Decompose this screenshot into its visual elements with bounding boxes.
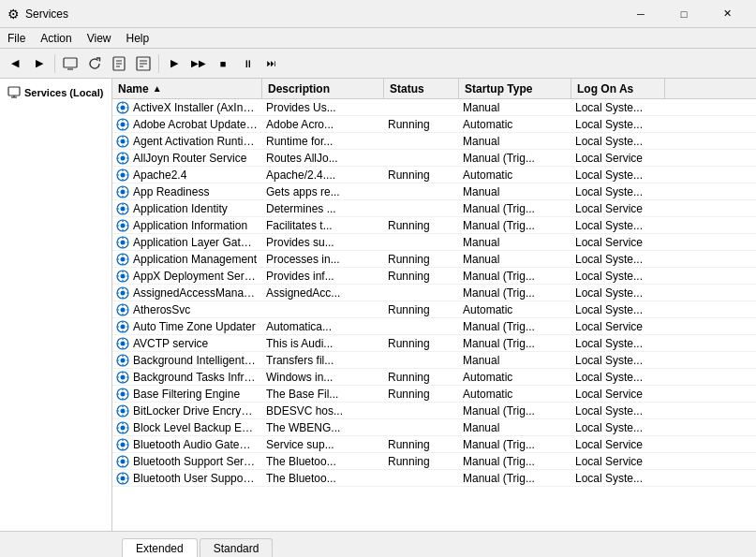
close-button[interactable]: ✕ bbox=[705, 0, 749, 28]
service-icon bbox=[116, 219, 129, 232]
col-name[interactable]: Name ▲ bbox=[112, 79, 262, 98]
service-logon: Local Service bbox=[571, 200, 665, 216]
service-description: The Bluetoo... bbox=[262, 453, 384, 469]
table-row[interactable]: Auto Time Zone Updater Automatica...Manu… bbox=[112, 318, 756, 335]
table-row[interactable]: App Readiness Gets apps re...ManualLocal… bbox=[112, 183, 756, 200]
service-logon: Local Syste... bbox=[571, 301, 665, 317]
svg-point-62 bbox=[121, 240, 126, 244]
table-row[interactable]: ActiveX Installer (AxInstSV) Provides Us… bbox=[112, 99, 756, 116]
show-console-button[interactable] bbox=[59, 52, 82, 75]
left-panel: Services (Local) bbox=[0, 79, 112, 531]
start-service-button[interactable]: ▶ bbox=[163, 52, 185, 75]
service-status bbox=[384, 403, 459, 418]
menu-help[interactable]: Help bbox=[119, 28, 157, 48]
service-icon bbox=[116, 185, 129, 198]
table-row[interactable]: Apache2.4 Apache/2.4....RunningAutomatic… bbox=[112, 167, 756, 183]
col-logon[interactable]: Log On As bbox=[571, 79, 665, 98]
menu-action[interactable]: Action bbox=[33, 28, 79, 48]
table-row[interactable]: Adobe Acrobat Update Serv... Adobe Acro.… bbox=[112, 116, 756, 133]
service-name-cell: Block Level Backup Engine ... bbox=[112, 419, 262, 435]
col-status[interactable]: Status bbox=[384, 79, 459, 98]
service-startup: Manual (Trig... bbox=[459, 436, 571, 452]
forward-button[interactable]: ▶ bbox=[28, 52, 51, 75]
service-startup: Manual (Trig... bbox=[459, 470, 571, 486]
refresh-button[interactable] bbox=[83, 52, 106, 75]
table-row[interactable]: AssignedAccessManager Se... AssignedAcc.… bbox=[112, 285, 756, 301]
service-name-cell: Bluetooth User Support Ser... bbox=[112, 470, 262, 486]
table-row[interactable]: AppX Deployment Service (... Provides in… bbox=[112, 268, 756, 285]
svg-point-98 bbox=[121, 341, 126, 345]
service-name-cell: Background Tasks Infrastruc... bbox=[112, 369, 262, 385]
service-description: Adobe Acro... bbox=[262, 116, 384, 132]
service-name: AVCTP service bbox=[133, 337, 208, 350]
service-logon: Local Service bbox=[571, 150, 665, 166]
table-row[interactable]: Block Level Backup Engine ... The WBENG.… bbox=[112, 419, 756, 436]
table-row[interactable]: Background Intelligent Tran... Transfers… bbox=[112, 352, 756, 369]
resume-button[interactable]: ▶▶ bbox=[187, 52, 210, 75]
service-status bbox=[384, 99, 459, 115]
service-status: Running bbox=[384, 436, 459, 452]
col-startup[interactable]: Startup Type bbox=[459, 79, 571, 98]
service-status bbox=[384, 318, 459, 334]
service-icon bbox=[116, 455, 129, 468]
stop-service-button[interactable]: ■ bbox=[212, 52, 234, 75]
service-status bbox=[384, 183, 459, 199]
status-bar: Extended Standard bbox=[0, 531, 756, 557]
main-area: Services (Local) Name ▲ Description Stat… bbox=[0, 79, 756, 531]
pause-service-button[interactable]: ⏸ bbox=[236, 52, 259, 75]
service-name: Apache2.4 bbox=[133, 169, 186, 182]
service-name: Base Filtering Engine bbox=[133, 388, 240, 401]
left-panel-title[interactable]: Services (Local) bbox=[7, 86, 104, 99]
service-name: AppX Deployment Service (... bbox=[133, 270, 258, 283]
properties-button[interactable] bbox=[132, 52, 155, 75]
col-description[interactable]: Description bbox=[262, 79, 384, 98]
table-row[interactable]: Background Tasks Infrastruc... Windows i… bbox=[112, 369, 756, 386]
tab-extended[interactable]: Extended bbox=[122, 538, 198, 558]
service-logon: Local Syste... bbox=[571, 470, 665, 486]
restart-service-button[interactable]: ⏭ bbox=[260, 52, 283, 75]
table-row[interactable]: Application Management Processes in...Ru… bbox=[112, 251, 756, 268]
service-logon: Local Service bbox=[571, 436, 665, 452]
service-startup: Manual bbox=[459, 99, 571, 115]
minimize-button[interactable]: ─ bbox=[619, 0, 662, 28]
service-startup: Manual (Trig... bbox=[459, 403, 571, 418]
table-row[interactable]: AVCTP service This is Audi...RunningManu… bbox=[112, 335, 756, 352]
service-startup: Manual bbox=[459, 133, 571, 149]
table-row[interactable]: Base Filtering Engine The Base Fil...Run… bbox=[112, 386, 756, 403]
table-row[interactable]: Bluetooth Support Service The Bluetoo...… bbox=[112, 453, 756, 470]
table-row[interactable]: BitLocker Drive Encryption ... BDESVC ho… bbox=[112, 403, 756, 419]
service-status bbox=[384, 234, 459, 250]
menu-file[interactable]: File bbox=[0, 28, 33, 48]
table-body[interactable]: ActiveX Installer (AxInstSV) Provides Us… bbox=[112, 99, 756, 531]
svg-point-38 bbox=[121, 172, 126, 177]
table-row[interactable]: AtherosSvc RunningAutomaticLocal Syste..… bbox=[112, 301, 756, 318]
service-startup: Manual (Trig... bbox=[459, 285, 571, 300]
table-row[interactable]: Application Layer Gateway ... Provides s… bbox=[112, 234, 756, 251]
service-status bbox=[384, 285, 459, 300]
service-logon: Local Service bbox=[571, 234, 665, 250]
table-row[interactable]: Bluetooth Audio Gateway S... Service sup… bbox=[112, 436, 756, 453]
menu-view[interactable]: View bbox=[80, 28, 119, 48]
table-row[interactable]: Application Information Facilitates t...… bbox=[112, 217, 756, 234]
svg-rect-10 bbox=[8, 87, 20, 95]
tab-standard[interactable]: Standard bbox=[200, 538, 274, 558]
service-name-cell: Bluetooth Audio Gateway S... bbox=[112, 436, 262, 452]
back-button[interactable]: ◀ bbox=[4, 52, 26, 75]
service-icon bbox=[116, 371, 129, 384]
service-name-cell: Auto Time Zone Updater bbox=[112, 318, 262, 334]
service-description: The Bluetoo... bbox=[262, 470, 384, 486]
table-row[interactable]: Bluetooth User Support Ser... The Blueto… bbox=[112, 470, 756, 487]
table-row[interactable]: AllJoyn Router Service Routes AllJo...Ma… bbox=[112, 150, 756, 167]
table-row[interactable]: Application Identity Determines ...Manua… bbox=[112, 200, 756, 217]
maximize-button[interactable]: □ bbox=[662, 0, 705, 28]
table-row[interactable]: Agent Activation Runtime_... Runtime for… bbox=[112, 133, 756, 150]
service-icon bbox=[116, 152, 129, 165]
service-status: Running bbox=[384, 251, 459, 267]
service-icon bbox=[116, 253, 129, 266]
service-description: Gets apps re... bbox=[262, 183, 384, 199]
svg-point-80 bbox=[121, 290, 126, 295]
export-list-button[interactable] bbox=[108, 52, 130, 75]
svg-point-110 bbox=[121, 374, 126, 379]
title-bar-controls: ─ □ ✕ bbox=[619, 0, 749, 28]
service-description: Provides inf... bbox=[262, 268, 384, 284]
